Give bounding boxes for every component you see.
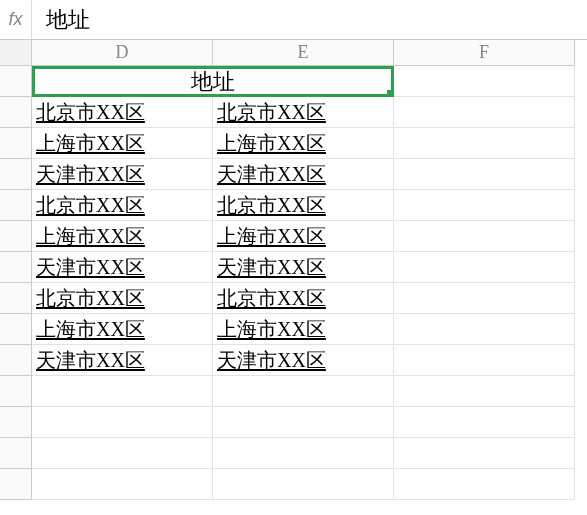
row-header[interactable] bbox=[0, 159, 32, 190]
cell[interactable]: 北京市XX区 bbox=[213, 97, 394, 128]
cell[interactable]: 上海市XX区 bbox=[32, 314, 213, 345]
row-header[interactable] bbox=[0, 97, 32, 128]
cell-text: 天津市XX区 bbox=[217, 347, 326, 374]
cell[interactable]: 上海市XX区 bbox=[213, 221, 394, 252]
cell[interactable]: 天津市XX区 bbox=[32, 159, 213, 190]
cell[interactable] bbox=[213, 376, 394, 407]
cell[interactable]: 北京市XX区 bbox=[213, 283, 394, 314]
cell[interactable] bbox=[32, 407, 213, 438]
cell[interactable] bbox=[394, 252, 575, 283]
cell-text: 上海市XX区 bbox=[217, 223, 326, 250]
cell[interactable] bbox=[394, 314, 575, 345]
row-header[interactable] bbox=[0, 376, 32, 407]
row-header[interactable] bbox=[0, 345, 32, 376]
cell[interactable]: 天津市XX区 bbox=[213, 159, 394, 190]
cell[interactable] bbox=[394, 438, 575, 469]
formula-input[interactable] bbox=[32, 0, 587, 39]
column-header-D[interactable]: D bbox=[32, 40, 213, 66]
table-row bbox=[0, 469, 587, 500]
cell-text: 天津市XX区 bbox=[36, 347, 145, 374]
column-header-F[interactable]: F bbox=[394, 40, 575, 66]
formula-bar: fx bbox=[0, 0, 587, 40]
row-header[interactable] bbox=[0, 66, 32, 97]
cell[interactable] bbox=[394, 128, 575, 159]
cell-text: 天津市XX区 bbox=[36, 161, 145, 188]
cell-text: 北京市XX区 bbox=[217, 192, 326, 219]
row-header[interactable] bbox=[0, 283, 32, 314]
column-headers-row: D E F bbox=[0, 40, 587, 66]
merged-header-cell[interactable]: 地址 bbox=[32, 66, 394, 97]
cell[interactable] bbox=[32, 376, 213, 407]
cell[interactable] bbox=[213, 438, 394, 469]
cell-text: 上海市XX区 bbox=[217, 316, 326, 343]
table-row: 天津市XX区天津市XX区 bbox=[0, 345, 587, 376]
cell[interactable] bbox=[394, 469, 575, 500]
cell[interactable] bbox=[394, 407, 575, 438]
table-row: 北京市XX区北京市XX区 bbox=[0, 97, 587, 128]
select-all-corner[interactable] bbox=[0, 40, 32, 66]
cell[interactable]: 天津市XX区 bbox=[32, 345, 213, 376]
cell-text: 北京市XX区 bbox=[36, 192, 145, 219]
row-header[interactable] bbox=[0, 128, 32, 159]
cell[interactable] bbox=[394, 97, 575, 128]
cell-text: 北京市XX区 bbox=[217, 285, 326, 312]
cell[interactable] bbox=[394, 190, 575, 221]
cell[interactable] bbox=[394, 376, 575, 407]
row-header[interactable] bbox=[0, 407, 32, 438]
cell[interactable]: 上海市XX区 bbox=[213, 128, 394, 159]
cell[interactable]: 北京市XX区 bbox=[32, 283, 213, 314]
cell-text: 北京市XX区 bbox=[217, 99, 326, 126]
cell[interactable]: 北京市XX区 bbox=[213, 190, 394, 221]
cell-text: 北京市XX区 bbox=[36, 99, 145, 126]
cell[interactable] bbox=[394, 283, 575, 314]
cell-text: 天津市XX区 bbox=[217, 254, 326, 281]
row-header[interactable] bbox=[0, 314, 32, 345]
cell[interactable] bbox=[394, 66, 575, 97]
cell[interactable]: 北京市XX区 bbox=[32, 97, 213, 128]
cell[interactable]: 上海市XX区 bbox=[32, 221, 213, 252]
cell[interactable]: 天津市XX区 bbox=[213, 252, 394, 283]
column-header-E[interactable]: E bbox=[213, 40, 394, 66]
row-header[interactable] bbox=[0, 438, 32, 469]
table-row: 上海市XX区上海市XX区 bbox=[0, 128, 587, 159]
spreadsheet-grid[interactable]: D E F 地址北京市XX区北京市XX区上海市XX区上海市XX区天津市XX区天津… bbox=[0, 40, 587, 515]
cell[interactable]: 上海市XX区 bbox=[213, 314, 394, 345]
cell-text: 上海市XX区 bbox=[217, 130, 326, 157]
cell[interactable] bbox=[213, 469, 394, 500]
cell[interactable] bbox=[394, 345, 575, 376]
cell[interactable]: 上海市XX区 bbox=[32, 128, 213, 159]
row-header[interactable] bbox=[0, 469, 32, 500]
table-row: 天津市XX区天津市XX区 bbox=[0, 159, 587, 190]
cell-text: 上海市XX区 bbox=[36, 130, 145, 157]
fx-icon[interactable]: fx bbox=[0, 0, 32, 39]
cell[interactable] bbox=[213, 407, 394, 438]
cell[interactable]: 天津市XX区 bbox=[32, 252, 213, 283]
table-row: 上海市XX区上海市XX区 bbox=[0, 314, 587, 345]
cell-text: 北京市XX区 bbox=[36, 285, 145, 312]
table-row bbox=[0, 376, 587, 407]
table-row: 地址 bbox=[0, 66, 587, 97]
cell[interactable] bbox=[32, 438, 213, 469]
cell[interactable]: 天津市XX区 bbox=[213, 345, 394, 376]
cell-text: 天津市XX区 bbox=[36, 254, 145, 281]
cell[interactable] bbox=[32, 469, 213, 500]
cell[interactable]: 北京市XX区 bbox=[32, 190, 213, 221]
cell[interactable] bbox=[394, 159, 575, 190]
cell-text: 上海市XX区 bbox=[36, 223, 145, 250]
table-row: 天津市XX区天津市XX区 bbox=[0, 252, 587, 283]
row-header[interactable] bbox=[0, 252, 32, 283]
cell[interactable] bbox=[394, 221, 575, 252]
table-row bbox=[0, 407, 587, 438]
row-header[interactable] bbox=[0, 221, 32, 252]
row-header[interactable] bbox=[0, 190, 32, 221]
table-row: 北京市XX区北京市XX区 bbox=[0, 190, 587, 221]
cell-text: 上海市XX区 bbox=[36, 316, 145, 343]
table-row: 北京市XX区北京市XX区 bbox=[0, 283, 587, 314]
table-row: 上海市XX区上海市XX区 bbox=[0, 221, 587, 252]
table-row bbox=[0, 438, 587, 469]
cell-text: 天津市XX区 bbox=[217, 161, 326, 188]
